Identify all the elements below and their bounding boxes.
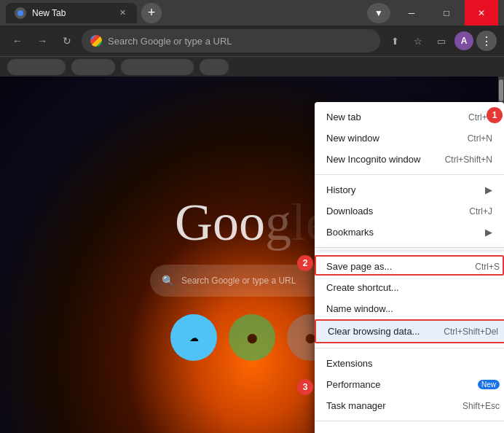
toolbar: ← → ↻ Search Google or type a URL ⬆ ☆ ▭ … bbox=[0, 26, 504, 56]
omnibox-text: Search Google or type a URL bbox=[108, 36, 232, 47]
search-text: Search Google or type a URL bbox=[181, 276, 296, 286]
page-content: Google 🔍 Search Google or type a URL ☁ ⬤… bbox=[0, 77, 504, 433]
bookmarks-bar bbox=[0, 56, 504, 77]
tab-title: New Tab bbox=[32, 8, 66, 18]
bookmark-icon[interactable]: ☆ bbox=[408, 31, 428, 51]
share-icon[interactable]: ⬆ bbox=[385, 31, 405, 51]
bookmark-item-3[interactable] bbox=[121, 59, 194, 75]
bookmark-item-2[interactable] bbox=[71, 59, 115, 75]
forward-button[interactable]: → bbox=[32, 31, 52, 51]
annotation-3: 3 bbox=[297, 379, 313, 395]
menu-label-new-window: New window bbox=[326, 133, 459, 144]
performance-badge: New bbox=[478, 380, 500, 389]
tab-area: New Tab ✕ + bbox=[6, 0, 363, 26]
profile-dropdown-button[interactable]: ▼ bbox=[367, 3, 390, 23]
more-tools-submenu: Save page as... Ctrl+S Create shortcut..… bbox=[315, 251, 504, 433]
shortcut-icon-1[interactable]: ☁ bbox=[170, 314, 217, 361]
window-controls: ─ □ ✕ bbox=[395, 0, 498, 26]
menu-label-bookmarks: Bookmarks bbox=[326, 227, 479, 238]
back-button[interactable]: ← bbox=[7, 31, 28, 51]
submenu-item-performance[interactable]: Performance New bbox=[315, 374, 504, 395]
submenu-label-clear-browsing: Clear browsing data... bbox=[328, 326, 435, 337]
annotation-2: 2 bbox=[297, 255, 313, 271]
history-arrow-icon: ▶ bbox=[485, 184, 492, 195]
menu-divider-2 bbox=[315, 247, 504, 248]
extension-icon[interactable]: ▭ bbox=[431, 31, 452, 51]
scrollbar-thumb[interactable] bbox=[499, 79, 503, 101]
svg-point-0 bbox=[17, 10, 23, 16]
menu-item-bookmarks[interactable]: Bookmarks ▶ bbox=[315, 222, 504, 243]
submenu-item-extensions[interactable]: Extensions bbox=[315, 353, 504, 374]
app-shortcuts: ☁ ⬤ ⬤ bbox=[170, 314, 334, 361]
menu-label-incognito: New Incognito window bbox=[326, 154, 436, 165]
submenu-item-developer-tools[interactable]: Developer tools Ctrl+Shift+I bbox=[315, 426, 504, 433]
tab-favicon bbox=[15, 7, 26, 19]
menu-label-new-tab: New tab bbox=[326, 112, 460, 122]
submenu-divider-2 bbox=[315, 421, 504, 421]
maximize-button[interactable]: □ bbox=[430, 0, 463, 26]
submenu-shortcut-task-manager: Shift+Esc bbox=[462, 401, 500, 411]
bookmarks-arrow-icon: ▶ bbox=[485, 227, 492, 238]
menu-item-incognito[interactable]: New Incognito window Ctrl+Shift+N bbox=[315, 149, 504, 170]
bookmark-item-4[interactable] bbox=[200, 59, 229, 75]
google-icon bbox=[90, 35, 102, 47]
search-icon: 🔍 bbox=[162, 275, 174, 286]
submenu-item-task-manager[interactable]: Task manager Shift+Esc bbox=[315, 395, 504, 416]
submenu-item-create-shortcut[interactable]: Create shortcut... bbox=[315, 277, 504, 298]
avatar[interactable]: A bbox=[454, 31, 473, 50]
minimize-button[interactable]: ─ bbox=[395, 0, 428, 26]
menu-shortcut-incognito: Ctrl+Shift+N bbox=[445, 155, 492, 165]
submenu-label-performance: Performance bbox=[326, 379, 473, 390]
submenu-divider-1 bbox=[315, 348, 504, 348]
menu-shortcut-downloads: Ctrl+J bbox=[469, 206, 492, 216]
new-tab-button[interactable]: + bbox=[141, 3, 162, 23]
menu-label-history: History bbox=[326, 184, 479, 195]
title-bar: New Tab ✕ + ▼ ─ □ ✕ bbox=[0, 0, 504, 26]
submenu-item-name-window[interactable]: Name window... bbox=[315, 298, 504, 319]
close-button[interactable]: ✕ bbox=[465, 0, 498, 26]
menu-label-downloads: Downloads bbox=[326, 206, 460, 216]
submenu-label-name-window: Name window... bbox=[326, 303, 500, 314]
menu-item-new-tab[interactable]: New tab Ctrl+T bbox=[315, 106, 504, 128]
submenu-label-extensions: Extensions bbox=[326, 358, 500, 369]
tab-close-button[interactable]: ✕ bbox=[117, 7, 128, 19]
annotation-1: 1 bbox=[487, 107, 503, 123]
bookmark-item-1[interactable] bbox=[7, 59, 66, 75]
chrome-menu-button[interactable]: ⋮ bbox=[476, 31, 497, 51]
reload-button[interactable]: ↻ bbox=[57, 31, 77, 51]
submenu-label-save-page: Save page as... bbox=[326, 261, 466, 272]
google-logo: Google bbox=[175, 192, 329, 253]
active-tab[interactable]: New Tab ✕ bbox=[6, 3, 137, 23]
menu-item-history[interactable]: History ▶ bbox=[315, 179, 504, 200]
toolbar-icons: ⬆ ☆ ▭ A ⋮ bbox=[385, 31, 497, 51]
submenu-shortcut-clear-browsing: Ctrl+Shift+Del bbox=[444, 327, 498, 337]
shortcut-icon-2[interactable]: ⬤ bbox=[229, 314, 275, 361]
menu-item-new-window[interactable]: New window Ctrl+N bbox=[315, 128, 504, 149]
menu-shortcut-new-window: Ctrl+N bbox=[468, 133, 492, 144]
menu-item-downloads[interactable]: Downloads Ctrl+J bbox=[315, 200, 504, 222]
submenu-item-clear-browsing[interactable]: Clear browsing data... Ctrl+Shift+Del bbox=[315, 319, 504, 343]
menu-divider-1 bbox=[315, 174, 504, 175]
address-bar[interactable]: Search Google or type a URL bbox=[82, 29, 380, 52]
submenu-shortcut-save-page: Ctrl+S bbox=[475, 262, 500, 272]
submenu-item-save-page[interactable]: Save page as... Ctrl+S bbox=[315, 256, 504, 277]
submenu-label-create-shortcut: Create shortcut... bbox=[326, 282, 500, 293]
submenu-label-task-manager: Task manager bbox=[326, 400, 454, 411]
